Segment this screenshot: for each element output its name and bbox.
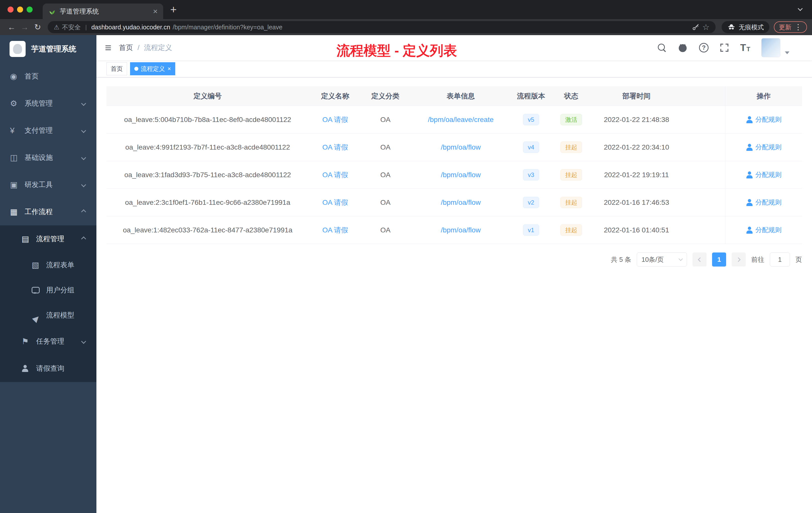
assign-rule-label: 分配规则 bbox=[755, 115, 782, 124]
logo-avatar bbox=[9, 41, 26, 57]
not-secure-warning-icon: ⚠ bbox=[54, 24, 59, 31]
sidebar-item-payment[interactable]: ¥支付管理 bbox=[0, 117, 96, 144]
form-link[interactable]: /bpm/oa/leave/create bbox=[428, 116, 494, 123]
sidebar-item-label: 研发工具 bbox=[25, 180, 82, 189]
sidebar-item-task-management[interactable]: ⚑任务管理 bbox=[0, 328, 96, 355]
deploy-time: 2022-01-16 01:40:51 bbox=[592, 226, 680, 234]
goto-page-input[interactable] bbox=[770, 252, 790, 267]
view-tag-0[interactable]: 首页 bbox=[107, 62, 127, 75]
sidebar-item-user-group[interactable]: 用户分组 bbox=[0, 278, 96, 303]
app-frame: 芋道管理系统 ◉首页⚙系统管理¥支付管理◫基础设施▣研发工具▦工作流程▤流程管理… bbox=[0, 35, 812, 513]
table-row: oa_leave:2:3c1f0ef1-76b1-11ec-9c66-a2380… bbox=[107, 189, 802, 216]
definition-name-link[interactable]: OA 请假 bbox=[322, 171, 348, 179]
page-size-select[interactable]: 10条/页 bbox=[637, 252, 687, 267]
sidebar-item-workflow[interactable]: ▦工作流程 bbox=[0, 198, 96, 225]
sidebar-item-process-management[interactable]: ▤流程管理 bbox=[0, 225, 96, 252]
prev-page-button[interactable] bbox=[693, 252, 706, 267]
assign-rule-link[interactable]: 分配规则 bbox=[746, 143, 782, 152]
reload-button[interactable]: ↻ bbox=[31, 22, 44, 32]
assign-rule-link[interactable]: 分配规则 bbox=[746, 171, 782, 179]
definition-name-link[interactable]: OA 请假 bbox=[322, 116, 348, 123]
sidebar-item-label: 流程模型 bbox=[46, 310, 96, 320]
sidebar: 芋道管理系统 ◉首页⚙系统管理¥支付管理◫基础设施▣研发工具▦工作流程▤流程管理… bbox=[0, 35, 96, 513]
form-link[interactable]: /bpm/oa/flow bbox=[441, 199, 481, 206]
column-header: 部署时间 bbox=[592, 91, 680, 101]
breadcrumb-separator: / bbox=[138, 44, 140, 52]
password-key-icon[interactable] bbox=[692, 23, 700, 31]
github-icon[interactable] bbox=[677, 42, 688, 53]
definition-name-link[interactable]: OA 请假 bbox=[322, 199, 348, 206]
url-domain: dashboard.yudao.iocoder.cn bbox=[91, 24, 170, 31]
tag-close-icon[interactable]: × bbox=[168, 66, 171, 72]
sidebar-item-label: 用户分组 bbox=[46, 285, 96, 295]
url-bar[interactable]: ⚠ 不安全 | dashboard.yudao.iocoder.cn /bpm/… bbox=[48, 21, 716, 33]
user-avatar[interactable] bbox=[761, 38, 780, 57]
font-size-icon[interactable]: TT bbox=[740, 43, 750, 53]
sidebar-item-infrastructure[interactable]: ◫基础设施 bbox=[0, 144, 96, 171]
page-number-button[interactable]: 1 bbox=[712, 252, 726, 267]
bookmark-star-icon[interactable]: ☆ bbox=[702, 23, 709, 31]
view-tag-1[interactable]: 流程定义× bbox=[130, 62, 175, 75]
gear-icon: ⚙ bbox=[10, 99, 25, 108]
page-unit-label: 页 bbox=[795, 255, 802, 264]
version-badge: v5 bbox=[523, 114, 539, 125]
workflow-icon: ▦ bbox=[10, 207, 25, 217]
breadcrumb-home[interactable]: 首页 bbox=[119, 43, 133, 53]
site-favicon-icon bbox=[48, 7, 56, 15]
sidebar-item-process-form[interactable]: ▧流程表单 bbox=[0, 252, 96, 278]
definition-id: oa_leave:1:482ec033-762a-11ec-8477-a2380… bbox=[107, 226, 309, 234]
total-count: 共 5 条 bbox=[611, 255, 631, 264]
version-badge: v3 bbox=[523, 169, 539, 180]
tools-icon: ▣ bbox=[10, 180, 25, 189]
logo-title: 芋道管理系统 bbox=[31, 44, 76, 54]
definition-category: OA bbox=[361, 226, 409, 234]
sidebar-item-label: 支付管理 bbox=[25, 126, 82, 135]
flag-icon: ⚑ bbox=[22, 337, 36, 346]
sidebar-collapse-icon[interactable]: ≡ bbox=[105, 42, 112, 53]
sidebar-item-dev-tools[interactable]: ▣研发工具 bbox=[0, 171, 96, 198]
window-zoom-button[interactable] bbox=[27, 6, 33, 12]
definition-name-link[interactable]: OA 请假 bbox=[322, 143, 348, 151]
forward-button[interactable]: → bbox=[18, 23, 31, 32]
window-close-button[interactable] bbox=[7, 6, 13, 12]
sidebar-item-home[interactable]: ◉首页 bbox=[0, 63, 96, 90]
tab-close-icon[interactable]: × bbox=[153, 7, 158, 15]
assign-rule-link[interactable]: 分配规则 bbox=[746, 198, 782, 207]
sidebar-item-label: 系统管理 bbox=[25, 99, 82, 108]
deploy-time: 2022-01-16 17:46:53 bbox=[592, 199, 680, 207]
definition-id: oa_leave:2:3c1f0ef1-76b1-11ec-9c66-a2380… bbox=[107, 199, 309, 207]
sidebar-item-system[interactable]: ⚙系统管理 bbox=[0, 90, 96, 117]
update-label: 更新 bbox=[779, 23, 791, 31]
chevron-down-icon bbox=[81, 155, 86, 160]
definition-category: OA bbox=[361, 199, 409, 207]
browser-tab[interactable]: 芋道管理系统 × bbox=[43, 3, 163, 19]
definition-id: oa_leave:4:991f2193-7b7f-11ec-a3c8-acde4… bbox=[107, 143, 309, 151]
tab-search-chevron-icon[interactable] bbox=[798, 6, 803, 11]
sidebar-item-process-model[interactable]: ▶流程模型 bbox=[0, 303, 96, 328]
definition-name-link[interactable]: OA 请假 bbox=[322, 226, 348, 234]
form-link[interactable]: /bpm/oa/flow bbox=[441, 226, 481, 234]
sidebar-item-leave-query[interactable]: 请假查询 bbox=[0, 355, 96, 382]
incognito-label: 无痕模式 bbox=[739, 23, 764, 31]
form-link[interactable]: /bpm/oa/flow bbox=[441, 171, 481, 179]
assign-rule-label: 分配规则 bbox=[755, 225, 782, 234]
security-label[interactable]: 不安全 bbox=[62, 23, 81, 31]
browser-update-menu-button[interactable]: 更新 ⋮ bbox=[774, 21, 807, 33]
assign-rule-link[interactable]: 分配规则 bbox=[746, 115, 782, 124]
sidebar-item-label: 流程管理 bbox=[36, 234, 82, 244]
new-tab-button[interactable]: + bbox=[170, 5, 177, 14]
next-page-button[interactable] bbox=[732, 252, 746, 267]
sidebar-logo[interactable]: 芋道管理系统 bbox=[0, 35, 96, 63]
help-icon[interactable]: ? bbox=[699, 43, 708, 53]
avatar-caret-icon[interactable] bbox=[785, 52, 789, 54]
form-link[interactable]: /bpm/oa/flow bbox=[441, 143, 481, 151]
window-minimize-button[interactable] bbox=[17, 6, 23, 12]
infrastructure-icon: ◫ bbox=[10, 153, 25, 162]
chevron-down-icon bbox=[679, 257, 683, 261]
column-header: 流程版本 bbox=[512, 91, 550, 101]
fullscreen-icon[interactable] bbox=[720, 43, 729, 53]
back-button[interactable]: ← bbox=[5, 23, 18, 32]
status-badge: 挂起 bbox=[560, 142, 582, 153]
assign-rule-link[interactable]: 分配规则 bbox=[746, 225, 782, 234]
search-icon[interactable] bbox=[657, 43, 666, 52]
